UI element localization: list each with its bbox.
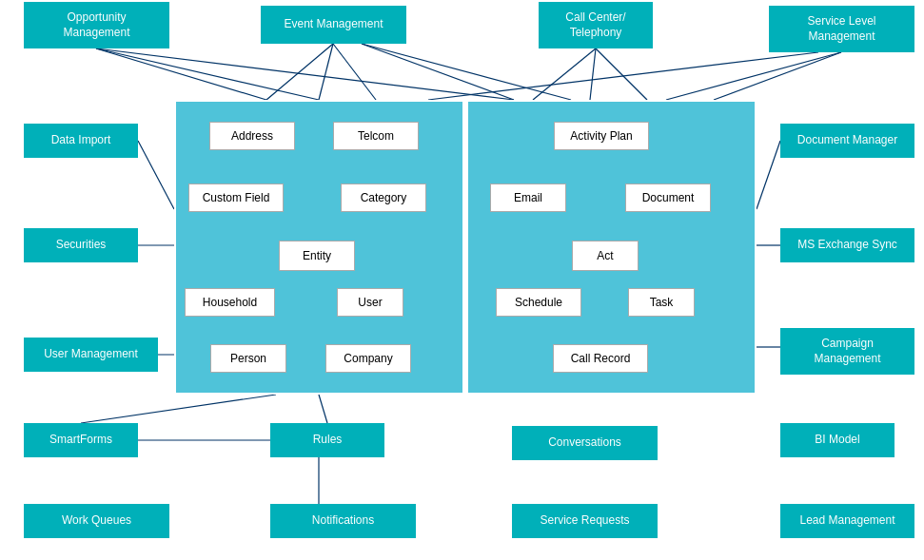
address-node[interactable]: Address — [209, 122, 295, 150]
lead-mgmt-node[interactable]: Lead Management — [780, 504, 914, 538]
user-mgmt-node[interactable]: User Management — [24, 338, 158, 372]
user-node[interactable]: User — [337, 288, 403, 317]
schedule-node[interactable]: Schedule — [496, 288, 581, 317]
svg-line-35 — [319, 395, 327, 423]
svg-line-10 — [666, 52, 841, 100]
svg-line-9 — [596, 48, 647, 100]
service-level-node[interactable]: Service LevelManagement — [769, 6, 914, 52]
svg-line-1 — [96, 48, 319, 100]
svg-line-13 — [428, 52, 818, 100]
document-manager-node[interactable]: Document Manager — [780, 124, 914, 158]
act-node[interactable]: Act — [572, 241, 639, 271]
svg-line-12 — [96, 48, 514, 100]
svg-line-2 — [266, 44, 333, 100]
campaign-mgmt-node[interactable]: CampaignManagement — [780, 328, 914, 375]
call-record-node[interactable]: Call Record — [553, 344, 648, 373]
call-center-node[interactable]: Call Center/Telephony — [539, 2, 653, 48]
event-mgmt-node[interactable]: Event Management — [261, 6, 406, 44]
category-node[interactable]: Category — [341, 183, 426, 212]
svg-line-14 — [138, 141, 174, 209]
svg-line-8 — [590, 48, 596, 100]
smartforms-node[interactable]: SmartForms — [24, 423, 138, 457]
diagram-container: Opportunity Management Event Management … — [0, 0, 924, 560]
bi-model-node[interactable]: BI Model — [780, 423, 895, 457]
person-node[interactable]: Person — [210, 344, 286, 373]
company-node[interactable]: Company — [325, 344, 411, 373]
svg-line-6 — [362, 44, 571, 100]
email-node[interactable]: Email — [490, 183, 566, 212]
household-node[interactable]: Household — [185, 288, 275, 317]
opportunity-mgmt-node[interactable]: Opportunity Management — [24, 2, 169, 48]
securities-node[interactable]: Securities — [24, 228, 138, 262]
ms-exchange-node[interactable]: MS Exchange Sync — [780, 228, 914, 262]
task-node[interactable]: Task — [628, 288, 695, 317]
rules-node[interactable]: Rules — [270, 423, 384, 457]
data-import-node[interactable]: Data Import — [24, 124, 138, 158]
telcom-node[interactable]: Telcom — [333, 122, 419, 150]
entity-node[interactable]: Entity — [279, 241, 355, 271]
work-queues-node[interactable]: Work Queues — [24, 504, 169, 538]
activity-plan-node[interactable]: Activity Plan — [554, 122, 649, 150]
svg-line-17 — [757, 141, 780, 209]
svg-line-34 — [81, 395, 276, 423]
svg-line-0 — [96, 48, 266, 100]
document-node[interactable]: Document — [625, 183, 711, 212]
svg-line-3 — [319, 44, 333, 100]
custom-field-node[interactable]: Custom Field — [188, 183, 284, 212]
svg-line-5 — [362, 44, 514, 100]
conversations-node[interactable]: Conversations — [512, 426, 658, 460]
svg-line-7 — [533, 48, 596, 100]
svg-line-4 — [333, 44, 376, 100]
service-requests-node[interactable]: Service Requests — [512, 504, 658, 538]
notifications-node[interactable]: Notifications — [270, 504, 416, 538]
svg-line-11 — [714, 52, 841, 100]
